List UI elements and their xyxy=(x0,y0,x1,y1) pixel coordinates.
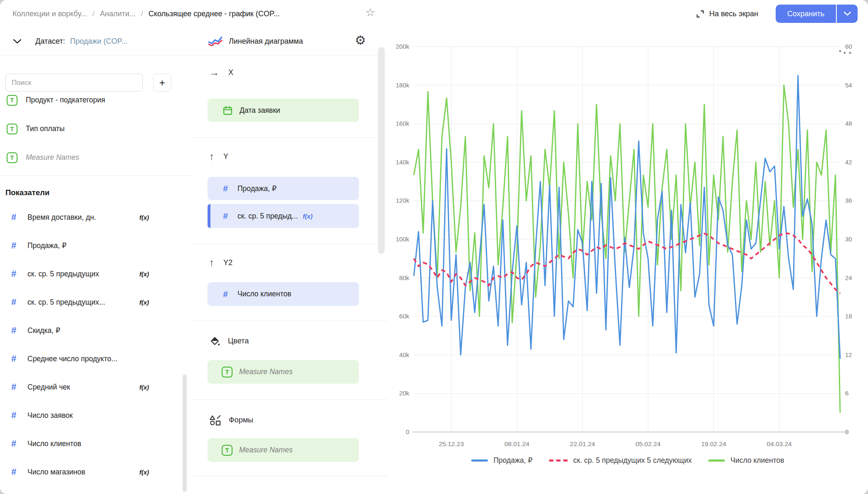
y2-field-pill[interactable]: # Число клиентов xyxy=(208,282,359,306)
top-bar: Коллекции и воркбу... / Аналити... / Ско… xyxy=(0,0,868,28)
measure-row[interactable]: #Продажа, ₽ xyxy=(0,231,193,260)
formula-badge: f(x) xyxy=(139,469,149,476)
y-field-label: ск. ср. 5 предыд... xyxy=(237,212,298,221)
sidebar-scrollbar[interactable] xyxy=(183,375,187,492)
y-axis-tick-label: 180k xyxy=(396,82,409,89)
dataset-name-link[interactable]: Продажи (COP... xyxy=(70,37,128,46)
y-field-pill[interactable]: # Продажа, ₽ xyxy=(208,177,359,200)
divider xyxy=(193,243,388,244)
section-y: ↑ Y xyxy=(209,151,228,161)
measure-label: Среднее число продукто... xyxy=(27,355,117,363)
y2-axis-tick-label: 12 xyxy=(845,351,852,358)
formula-badge: f(x) xyxy=(139,271,149,278)
shapes-icon xyxy=(209,415,221,426)
y-field-pill-selected[interactable]: # ск. ср. 5 предыд... f(x) xyxy=(208,204,359,228)
breadcrumb-analytics[interactable]: Аналити... xyxy=(100,10,136,18)
x-field-pill[interactable]: Дата заявки xyxy=(208,99,359,122)
y-field-label: Продажа, ₽ xyxy=(237,184,277,193)
hash-icon: # xyxy=(8,325,19,336)
breadcrumb-collections[interactable]: Коллекции и воркбу... xyxy=(12,10,87,18)
colors-field-pill[interactable]: T Measure Names xyxy=(208,360,359,384)
divider xyxy=(193,137,388,138)
y2-axis-tick-label: 36 xyxy=(845,197,852,204)
y2-axis-tick-label: 60 xyxy=(845,43,852,50)
legend-label: ск. ср. 5 предыдущих 5 следующих xyxy=(573,456,692,465)
section-shapes: Формы xyxy=(209,415,253,426)
hash-icon: # xyxy=(8,410,19,421)
dimension-list: TПродукт - подкатегорияTТип оплатыTMeasu… xyxy=(0,86,193,172)
selected-indicator xyxy=(208,204,210,228)
y-axis-tick-label: 0 xyxy=(406,428,409,435)
measure-row[interactable]: #ск. ср. 5 предыдущихf(x) xyxy=(0,260,193,288)
measure-row[interactable]: #Скидка, ₽ xyxy=(0,316,193,345)
dimension-row[interactable]: TТип оплаты xyxy=(0,114,193,143)
measure-row[interactable]: #Время доставки, дн.f(x) xyxy=(0,203,193,231)
hash-icon: # xyxy=(8,240,19,251)
measure-row[interactable]: #Число заявок xyxy=(0,401,193,429)
measure-row[interactable]: #Число магазиновf(x) xyxy=(0,458,193,486)
formula-badge: f(x) xyxy=(139,214,149,221)
favorite-star-icon[interactable]: ☆ xyxy=(365,7,375,18)
legend-line-swatch xyxy=(708,459,725,462)
save-button[interactable]: Сохранить xyxy=(776,5,836,23)
dataset-sidebar: Датасет: Продажи (COP... + TПродукт - по… xyxy=(0,27,193,494)
x-axis-tick-label: 08.01.24 xyxy=(504,440,530,447)
legend-label: Число клиентов xyxy=(730,456,784,465)
dataset-row: Датасет: Продажи (COP... xyxy=(0,27,193,55)
chart-menu-dots-icon xyxy=(844,52,846,54)
calendar-icon xyxy=(223,105,233,116)
measure-row[interactable]: #Среднее число продукто... xyxy=(0,345,193,373)
dimension-row[interactable]: TMeasure Names xyxy=(0,143,193,172)
colors-field-label: Measure Names xyxy=(239,367,292,376)
y-axis-tick-label: 20k xyxy=(399,390,410,397)
measure-label: Число клиентов xyxy=(27,439,81,448)
section-colors: Цвета xyxy=(209,335,249,347)
breadcrumb-current-title: Скользящее среднее - график (COP... xyxy=(148,10,279,18)
line-chart[interactable]: 0020k640k1260k1880k24100k30120k36140k421… xyxy=(388,27,868,494)
measure-label: Число заявок xyxy=(27,411,73,420)
x-axis-tick-label: 22.01.24 xyxy=(570,440,595,447)
y2-axis-tick-label: 0 xyxy=(845,428,848,435)
legend-item[interactable]: ск. ср. 5 предыдущих 5 следующих xyxy=(549,456,692,465)
dimension-row[interactable]: TПродукт - подкатегория xyxy=(0,86,193,114)
fullscreen-button[interactable]: На весь экран xyxy=(696,10,758,18)
y-axis-tick-label: 160k xyxy=(396,120,409,127)
measure-row[interactable]: #ск. ср. 5 предыдущих...f(x) xyxy=(0,288,193,316)
section-x: → X xyxy=(209,67,233,77)
section-y-label: Y xyxy=(223,152,228,161)
dimension-type-icon: T xyxy=(222,445,232,456)
x-axis-tick-label: 05.02.24 xyxy=(636,440,661,447)
divider xyxy=(193,400,388,400)
t-icon: T xyxy=(222,445,232,456)
hash-icon: # xyxy=(8,353,19,364)
measure-row[interactable]: #Число клиентов xyxy=(0,429,193,458)
measure-label: Средний чек xyxy=(27,383,70,392)
series-line-y2 xyxy=(414,85,840,413)
measure-label: ск. ср. 5 предыдущих... xyxy=(27,298,105,307)
dimension-label: Тип оплаты xyxy=(26,124,64,133)
dimension-type-icon: T xyxy=(7,95,17,106)
panel-scrollbar[interactable] xyxy=(378,47,385,254)
hash-icon: # xyxy=(220,211,231,221)
collapse-chevron-icon[interactable] xyxy=(13,39,21,44)
shapes-field-pill[interactable]: T Measure Names xyxy=(208,438,359,462)
settings-gear-icon[interactable]: ⚙ xyxy=(355,34,366,47)
legend-item[interactable]: Продажа, ₽ xyxy=(471,456,532,465)
y-axis-tick-label: 100k xyxy=(396,236,409,243)
measure-label: Число магазинов xyxy=(27,468,85,477)
save-dropdown-button[interactable] xyxy=(837,5,858,23)
legend-item[interactable]: Число клиентов xyxy=(708,456,784,465)
dimension-type-icon: T xyxy=(222,367,232,377)
measure-row[interactable]: #Средний чекf(x) xyxy=(0,373,193,401)
section-y2-label: Y2 xyxy=(223,258,232,267)
y-axis-tick-label: 140k xyxy=(396,159,409,166)
measure-label: Время доставки, дн. xyxy=(27,213,96,222)
hash-icon: # xyxy=(8,382,19,392)
y-axis-tick-label: 120k xyxy=(396,197,409,204)
y2-axis-tick-label: 24 xyxy=(845,274,852,281)
breadcrumb-separator: / xyxy=(92,10,94,18)
y-axis-tick-label: 200k xyxy=(396,43,409,50)
line-chart-type-icon[interactable] xyxy=(208,36,223,47)
hash-icon: # xyxy=(8,438,19,449)
y2-axis-tick-label: 18 xyxy=(845,313,852,320)
